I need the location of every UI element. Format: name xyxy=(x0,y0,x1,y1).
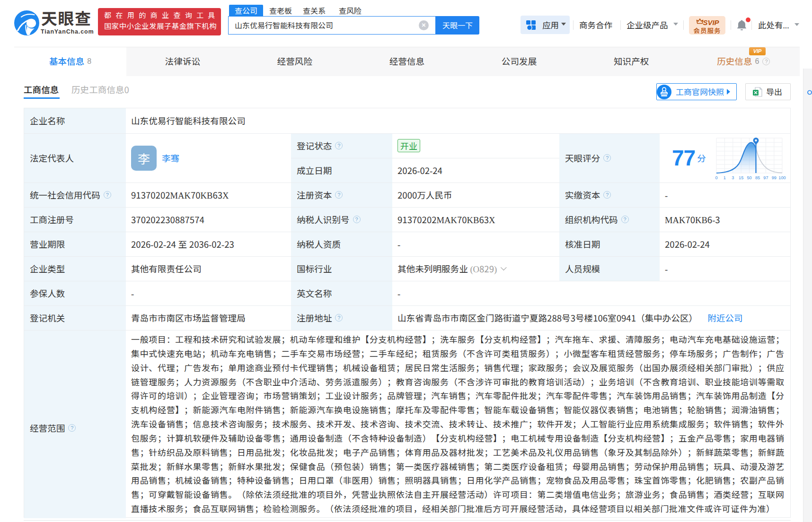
svg-text:50: 50 xyxy=(747,175,751,180)
svg-text:1: 1 xyxy=(724,175,726,180)
svg-text:15: 15 xyxy=(739,175,743,180)
svg-text:0: 0 xyxy=(715,175,717,180)
svg-text:99: 99 xyxy=(772,175,777,180)
svg-text:97: 97 xyxy=(763,175,768,180)
svg-text:100: 100 xyxy=(778,175,786,180)
svg-text:85: 85 xyxy=(755,175,760,180)
svg-text:3: 3 xyxy=(732,175,734,180)
